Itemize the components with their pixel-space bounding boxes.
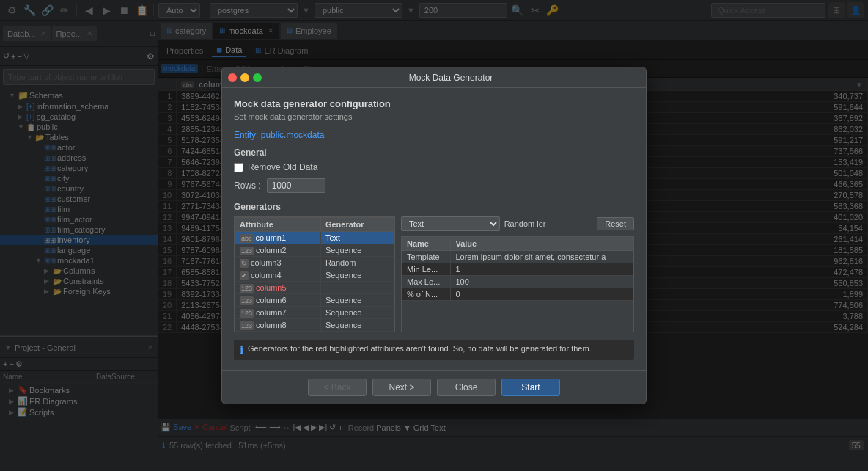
generators-area: Attribute Generator abccolumn1 Text 123c… xyxy=(234,216,634,332)
info-bar-icon: ℹ xyxy=(240,344,243,356)
gen-generator-cell: Random xyxy=(320,257,394,269)
gen-attr-cell: ✔column4 xyxy=(235,269,321,282)
mock-data-generator-modal: Mock Data Generator Mock data generator … xyxy=(221,67,647,404)
modal-entity: Entity: public.mockdata xyxy=(234,130,634,140)
info-bar-text: Generators for the red highlighted attri… xyxy=(248,344,592,353)
gen-generator-cell: Sequence xyxy=(320,294,394,307)
gen-attr-cell: 123column2 xyxy=(235,244,321,257)
gen-type-row: Text Random ler Reset xyxy=(401,216,634,231)
close-traffic-light[interactable] xyxy=(228,73,237,82)
generators-label: Generators xyxy=(234,202,634,212)
start-button[interactable]: Start xyxy=(501,379,560,396)
gen-generator-cell: Sequence xyxy=(320,319,394,332)
reset-button[interactable]: Reset xyxy=(597,217,634,230)
props-row: Max Le... 100 xyxy=(402,276,633,288)
gen-gen-header: Generator xyxy=(320,218,394,232)
gen-attr-cell: 123column8 xyxy=(235,319,321,332)
next-button[interactable]: Next > xyxy=(372,379,431,396)
rows-input[interactable] xyxy=(267,178,326,193)
gen-row[interactable]: abccolumn1 Text xyxy=(235,232,394,244)
props-row: % of N... 0 xyxy=(402,288,633,301)
props-row: Template Lorem ipsum dolor sit amet, con… xyxy=(402,251,633,263)
gen-tbody: abccolumn1 Text 123column2 Sequence ↻col… xyxy=(235,232,394,332)
prop-name: Max Le... xyxy=(402,276,451,288)
prop-value: 1 xyxy=(451,263,633,276)
remove-old-data-row: Remove Old Data xyxy=(234,162,634,172)
props-name-header: Name xyxy=(402,237,451,251)
props-tbody: Template Lorem ipsum dolor sit amet, con… xyxy=(402,251,633,301)
gen-row[interactable]: 123column6 Sequence xyxy=(235,294,394,307)
props-table: Name Value Template Lorem ipsum dolor si… xyxy=(402,236,633,301)
gen-generator-cell: Sequence xyxy=(320,244,394,257)
remove-old-label: Remove Old Data xyxy=(248,162,317,172)
gen-row[interactable]: ✔column4 Sequence xyxy=(235,269,394,282)
prop-value: Lorem ipsum dolor sit amet, consectetur … xyxy=(451,251,633,263)
props-row: Min Le... 1 xyxy=(402,263,633,276)
gen-row[interactable]: 123column7 Sequence xyxy=(235,307,394,319)
gen-right-panel: Text Random ler Reset Name Value xyxy=(401,216,634,332)
entity-value: public.mockdata xyxy=(261,130,325,140)
modal-footer: < Back Next > Close Start xyxy=(222,370,646,404)
rows-label: Rows : xyxy=(234,180,261,191)
gen-generator-cell: Sequence xyxy=(320,269,394,282)
gen-attr-cell: abccolumn1 xyxy=(235,232,321,244)
gen-attr-cell: 123column5 xyxy=(235,282,321,294)
back-button[interactable]: < Back xyxy=(308,379,367,396)
gen-row[interactable]: 123column8 Sequence xyxy=(235,319,394,332)
prop-value: 0 xyxy=(451,288,633,301)
gen-generator-cell: Text xyxy=(320,232,394,244)
entity-label: Entity: xyxy=(234,130,258,140)
gen-attr-header: Attribute xyxy=(235,218,321,232)
prop-name: Min Le... xyxy=(402,263,451,276)
gen-random-label: Random ler xyxy=(504,219,593,228)
modal-body: Mock data generator configuration Set mo… xyxy=(222,88,646,370)
gen-type-select[interactable]: Text xyxy=(401,216,500,231)
gen-attr-cell: 123column7 xyxy=(235,307,321,319)
gen-row[interactable]: ↻column3 Random xyxy=(235,257,394,269)
modal-title: Mock Data Generator xyxy=(262,73,640,83)
prop-name: % of N... xyxy=(402,288,451,301)
gen-generator-cell: Sequence xyxy=(320,307,394,319)
prop-name: Template xyxy=(402,251,451,263)
gen-generator-cell xyxy=(320,282,394,294)
modal-overlay: Mock Data Generator Mock data generator … xyxy=(0,0,868,453)
props-value-header: Value xyxy=(451,237,633,251)
remove-old-checkbox[interactable] xyxy=(234,163,243,172)
gen-attr-cell: 123column6 xyxy=(235,294,321,307)
generator-table-wrap: Attribute Generator abccolumn1 Text 123c… xyxy=(234,216,395,332)
modal-section-title: Mock data generator configuration xyxy=(234,98,634,109)
prop-value: 100 xyxy=(451,276,633,288)
rows-row: Rows : xyxy=(234,178,634,193)
generator-table: Attribute Generator abccolumn1 Text 123c… xyxy=(235,217,394,332)
close-button[interactable]: Close xyxy=(437,379,496,396)
general-label: General xyxy=(234,147,634,158)
modal-titlebar: Mock Data Generator xyxy=(222,67,646,88)
traffic-lights xyxy=(228,73,262,82)
minimize-traffic-light[interactable] xyxy=(240,73,249,82)
modal-subtitle: Set mock data generator settings xyxy=(234,112,634,121)
props-table-wrap: Name Value Template Lorem ipsum dolor si… xyxy=(401,236,634,332)
gen-row[interactable]: 123column5 xyxy=(235,282,394,294)
gen-attr-cell: ↻column3 xyxy=(235,257,321,269)
info-bar: ℹ Generators for the red highlighted att… xyxy=(234,340,634,360)
gen-row[interactable]: 123column2 Sequence xyxy=(235,244,394,257)
maximize-traffic-light[interactable] xyxy=(253,73,262,82)
